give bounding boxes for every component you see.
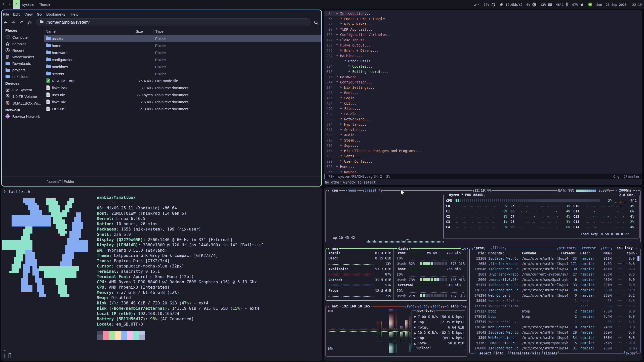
org-heading-line[interactable]: 461 * Login... [324, 96, 642, 101]
org-heading-line[interactable]: 484 * CLI... [324, 101, 642, 106]
org-heading-line[interactable]: 71 * Nix & Nixos... [324, 22, 642, 27]
file-row-flake-lock[interactable]: flake.lock3,1 KiBPlain text document [44, 84, 321, 91]
process-row[interactable]: 52368Isolated Web Co/nix/store/sm8fmrf3w… [470, 256, 640, 261]
workspace-2[interactable]: 2 [7, 0, 12, 8]
sidebar-item-nextcloud[interactable]: nextcloud [2, 73, 44, 80]
bar-module-temperature[interactable]: 46°C [556, 2, 569, 7]
org-heading-line[interactable]: 534 * Locale... [324, 111, 642, 117]
org-heading-line[interactable]: 499 * Files... [324, 106, 642, 111]
file-row-readme-org[interactable]: README.org76,4 KiBOrg-mode file [44, 77, 321, 84]
file-row-configuration[interactable]: configurationFolder [44, 56, 321, 63]
footer-info[interactable]: ┘info ↵└ [493, 351, 510, 356]
filter-button[interactable]: ┐filter┌ [490, 246, 507, 250]
menu-edit[interactable]: Edit [13, 10, 20, 18]
sidebar-item-smallbox-wi-[interactable]: SMALLBOX Wi... [2, 100, 44, 106]
process-row[interactable]: 178248Web Content/nix/store/sm8fmrf3wps4… [470, 325, 640, 330]
bar-module-battery[interactable]: 97% [572, 2, 584, 7]
menu-file[interactable]: File [3, 10, 9, 18]
sidebar-item-projects[interactable]: projects [2, 67, 44, 73]
sidebar-item-recent[interactable]: Recent [2, 47, 44, 54]
menu-help[interactable]: Help [71, 10, 78, 18]
menu-go[interactable]: Go [37, 10, 42, 18]
org-heading-line[interactable]: 428 * Boot... [324, 90, 642, 96]
org-heading-line[interactable]: 799 * Fonts... [324, 154, 642, 159]
org-heading-line[interactable]: 310 * Editing secrets... [324, 69, 642, 74]
io-button[interactable]: ┐io┌ [460, 246, 469, 251]
process-row[interactable]: 175749kworker/6:2-even1root0B0.0 [470, 319, 640, 325]
process-row[interactable]: 3390WebExtensions/nix/store/sm8fmrf3wps4… [470, 335, 640, 340]
org-heading-line[interactable]: 563 * Networking... [324, 117, 642, 122]
modeline-mode[interactable]: Org [613, 174, 619, 179]
org-heading-line[interactable]: 282* Machines... [324, 53, 642, 59]
org-heading-line[interactable]: 121* Flake Inputs... [324, 37, 642, 43]
back-button[interactable] [2, 19, 9, 26]
workspace-1[interactable]: 1 [1, 0, 6, 8]
org-heading-line[interactable]: 93* TLDR App List... [324, 27, 642, 32]
path-bar[interactable]: /home/nambiar/system/ [36, 18, 311, 26]
org-heading-line[interactable]: 736 * Sops... [324, 143, 642, 148]
bar-module-health[interactable] [588, 2, 592, 7]
file-row-secrets[interactable]: secretsFolder [44, 70, 321, 77]
shell-prompt-2[interactable]: ❯ [4, 353, 11, 358]
process-row[interactable]: 176000Isolated Web Co/nix/store/sm8fmrf3… [470, 346, 640, 351]
footer-terminate[interactable]: ┘terminate└ [509, 351, 532, 356]
process-row[interactable]: 13642Isolated Web Co/nix/store/sm8fmrf3w… [470, 330, 640, 335]
org-heading-line[interactable]: 825* Home... [324, 164, 642, 169]
search-button[interactable] [312, 19, 320, 27]
org-heading-line[interactable]: 303 * Other Utils [324, 59, 642, 64]
process-row[interactable]: 176646Isolated Web Co/nix/store/sm8fmrf3… [470, 266, 640, 272]
sidebar-item-wastebasket[interactable]: Wastebasket [2, 54, 44, 60]
org-heading-line[interactable]: 316* Hardware... [324, 74, 642, 80]
org-heading-line[interactable]: 764 * Miscellaneous Packages and Program… [324, 148, 642, 154]
column-header-size[interactable]: Size [136, 28, 143, 35]
org-heading-line[interactable]: 162* Flake Output... [324, 43, 642, 48]
forward-button[interactable] [10, 19, 17, 26]
org-heading-line[interactable]: 267 * Envrc + Direnv... [324, 48, 642, 53]
process-row[interactable]: 52134Isolated Web Co/nix/store/sm8fmrf3w… [470, 282, 640, 288]
org-heading-line[interactable]: 109* Configuration Variables... [324, 32, 642, 37]
org-heading-line[interactable]: 34* Introduction... [324, 11, 369, 16]
workspace-3[interactable]: 3 [13, 0, 20, 9]
process-row[interactable]: 38936kworker/u64:6-kc1root0B0.0 [470, 298, 640, 303]
reverse-button[interactable]: ┐reverse┌ [579, 246, 598, 250]
file-row-hardware[interactable]: hardwareFolder [44, 49, 321, 56]
process-row[interactable]: 178294Web Content/nix/store/sm8fmrf3wps4… [470, 293, 640, 298]
file-row-assets[interactable]: assetsFolder [44, 35, 321, 42]
per-core-button[interactable]: ┐per-core┌ [556, 246, 577, 250]
file-row-flake-nix[interactable]: flake.nix2,5 KiBPlain text document [44, 98, 321, 105]
bar-module-network[interactable]: (2.9kb/s) [499, 2, 523, 7]
sidebar-item-file-system[interactable]: File System [2, 86, 44, 93]
mem-box-tab[interactable]: ┐²mem┌ [327, 246, 340, 251]
column-header-type[interactable]: Type [155, 28, 164, 35]
menu-view[interactable]: View [24, 10, 33, 18]
bar-module-idle[interactable]: zᶻᶻ [474, 3, 480, 7]
process-row[interactable]: 2660.emacs-31.0.50-/nix/store/wnqz5pa8ra… [470, 277, 640, 282]
process-row[interactable]: 51762.emacs-31.0.50-/nix/store/wnqz5pa8r… [470, 340, 640, 346]
file-row-machines[interactable]: machinesFolder [44, 63, 321, 70]
sidebar-item-downloads[interactable]: Downloads [2, 60, 44, 67]
process-row[interactable]: 178616btopbtop2nambiar7.4M0.0 [470, 314, 640, 319]
org-heading-line[interactable]: 65 * Emacs + Org + Tangle... [324, 16, 642, 22]
sidebar-item-computer[interactable]: Computer [2, 34, 44, 40]
process-row[interactable]: 2658.firefox-wrappe/nix/store/sm8fmrf3wp… [470, 261, 640, 266]
org-heading-line[interactable]: 304 * Updates... [324, 64, 642, 69]
file-row-license[interactable]: LICENSE34,3 KiBPlain text document [44, 105, 321, 112]
file-row-home[interactable]: homeFolder [44, 42, 321, 49]
process-row[interactable]: 2601.Hyprland-wrapp/run/current-system/s… [470, 272, 640, 277]
org-heading-line[interactable]: 344* Configuration... [324, 80, 642, 85]
org-heading-line[interactable]: 717 * Steam... [324, 138, 642, 143]
org-heading-line[interactable]: 698 * Audio... [324, 132, 642, 138]
process-row[interactable]: 177257kworker/10:1-mm_1root0B0.0 [470, 303, 640, 309]
menu-bookmarks[interactable]: Bookmarks [46, 10, 65, 18]
tree-button[interactable]: ┐tree┌ [600, 246, 613, 250]
file-row-user-nix[interactable]: user.nix229 bytesPlain text document [44, 91, 321, 98]
footer-signals[interactable]: ┘signals└ [541, 351, 560, 356]
sort-selector[interactable]: ← cpu lazy → [612, 246, 637, 250]
sidebar-item-1-0-tb-volume[interactable]: 1,0 TB Volume [2, 93, 44, 100]
column-header-name[interactable]: Name [46, 28, 56, 35]
org-heading-line[interactable]: 584 * Hyprland... [324, 122, 642, 127]
home-button[interactable] [26, 19, 33, 26]
org-heading-line[interactable]: 384 * Nix Settings... [324, 85, 642, 90]
sidebar-item-nambiar[interactable]: nambiar [2, 40, 44, 47]
process-row[interactable]: 176223Isolated Web Co/nix/store/sm8fmrf3… [470, 288, 640, 293]
